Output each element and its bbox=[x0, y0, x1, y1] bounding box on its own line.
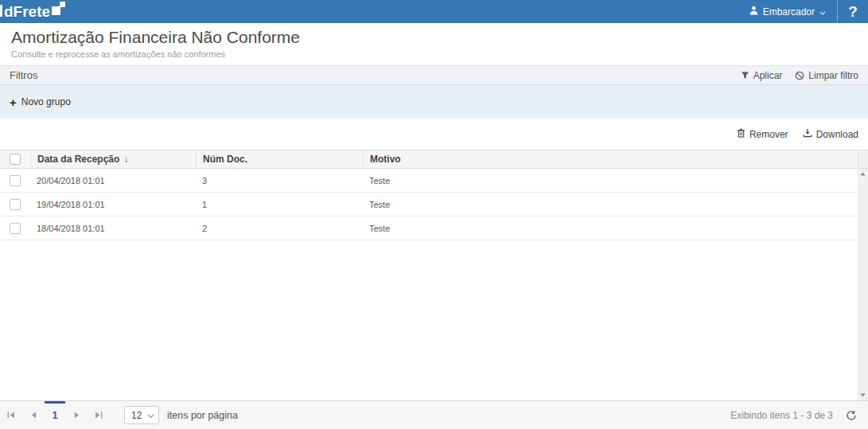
pager-status: Exibindo itens 1 - 3 de 3 bbox=[730, 410, 833, 421]
column-header-data-recepcao[interactable]: Data da Recepção ↓ bbox=[30, 150, 196, 168]
cell-data-recepcao: 19/04/2018 01:01 bbox=[30, 193, 196, 216]
last-page-button[interactable] bbox=[88, 401, 110, 429]
person-icon bbox=[749, 6, 758, 18]
data-grid: Data da Recepção ↓ Núm Doc. Motivo 20/04… bbox=[0, 150, 868, 400]
page-heading-section: Amortização Financeira Não Conforme Cons… bbox=[0, 23, 868, 66]
scroll-down-icon bbox=[860, 393, 866, 397]
select-all-cell bbox=[0, 150, 30, 168]
row-checkbox[interactable] bbox=[10, 223, 21, 234]
apply-filter-label: Aplicar bbox=[753, 70, 783, 81]
chevron-down-icon bbox=[147, 410, 154, 421]
page-size-label: itens por página bbox=[167, 410, 238, 421]
cell-motivo: Teste bbox=[363, 193, 858, 216]
help-button[interactable]: ? bbox=[838, 0, 868, 23]
scroll-up-icon bbox=[860, 172, 866, 176]
user-menu-dropdown[interactable]: Embarcador bbox=[738, 0, 837, 23]
pager-bar: 1 12 itens por página Exibindo itens 1 -… bbox=[0, 400, 868, 429]
filter-builder-band: + Novo grupo bbox=[0, 85, 868, 119]
filters-title: Filtros bbox=[10, 69, 37, 81]
filters-bar: Filtros Aplicar Limpar filtro bbox=[0, 66, 868, 85]
logo-cut-letter bbox=[0, 5, 2, 17]
cell-motivo: Teste bbox=[363, 216, 858, 240]
select-all-checkbox[interactable] bbox=[10, 154, 21, 165]
refresh-button[interactable] bbox=[846, 410, 857, 421]
cell-num-doc: 3 bbox=[196, 169, 363, 192]
download-button[interactable]: Download bbox=[803, 128, 858, 140]
page-title: Amortização Financeira Não Conforme bbox=[11, 28, 857, 47]
cell-data-recepcao: 18/04/2018 01:01 bbox=[30, 216, 196, 240]
apply-filter-button[interactable]: Aplicar bbox=[741, 70, 783, 81]
logo-squares-icon bbox=[52, 1, 65, 17]
grid-body: 20/04/2018 01:01 3 Teste 19/04/2018 01:0… bbox=[0, 169, 868, 400]
circle-slash-icon bbox=[795, 71, 804, 80]
page-number-current[interactable]: 1 bbox=[45, 401, 65, 429]
row-checkbox[interactable] bbox=[10, 199, 21, 210]
new-group-button[interactable]: + Novo grupo bbox=[10, 96, 71, 108]
grid-header-row: Data da Recepção ↓ Núm Doc. Motivo bbox=[0, 150, 868, 169]
new-group-label: Novo grupo bbox=[21, 96, 71, 107]
logo-text: dFrete bbox=[4, 3, 50, 21]
page-size-select[interactable]: 12 bbox=[124, 406, 159, 424]
plus-icon: + bbox=[10, 96, 17, 108]
clear-filter-button[interactable]: Limpar filtro bbox=[795, 70, 858, 81]
chevron-down-icon bbox=[819, 6, 826, 18]
table-row[interactable]: 20/04/2018 01:01 3 Teste bbox=[0, 169, 858, 193]
download-label: Download bbox=[816, 129, 858, 140]
cell-num-doc: 1 bbox=[196, 193, 363, 216]
previous-page-button[interactable] bbox=[22, 401, 45, 429]
page-subtitle: Consulte e reprocesse as amortizações nã… bbox=[11, 49, 857, 59]
column-label: Data da Recepção bbox=[37, 154, 119, 165]
remove-button[interactable]: Remover bbox=[737, 128, 788, 140]
column-header-motivo[interactable]: Motivo bbox=[363, 150, 858, 168]
app-header: dFrete Embarcador ? bbox=[0, 0, 868, 23]
funnel-icon bbox=[741, 71, 749, 80]
cell-motivo: Teste bbox=[363, 169, 858, 192]
table-row[interactable]: 18/04/2018 01:01 2 Teste bbox=[0, 216, 858, 240]
grid-toolbar: Remover Download bbox=[0, 119, 868, 150]
app-logo[interactable]: dFrete bbox=[0, 0, 65, 23]
download-icon bbox=[803, 128, 812, 140]
next-page-button[interactable] bbox=[65, 401, 88, 429]
page-size-value: 12 bbox=[131, 410, 142, 421]
vertical-scrollbar[interactable] bbox=[858, 169, 868, 400]
column-header-num-doc[interactable]: Núm Doc. bbox=[196, 150, 363, 168]
trash-icon bbox=[737, 128, 745, 140]
row-checkbox[interactable] bbox=[10, 175, 21, 186]
sort-desc-icon: ↓ bbox=[123, 154, 128, 165]
cell-data-recepcao: 20/04/2018 01:01 bbox=[30, 169, 196, 192]
cell-num-doc: 2 bbox=[196, 216, 363, 240]
first-page-button[interactable] bbox=[0, 401, 22, 429]
header-scrollbar-spacer bbox=[858, 150, 868, 168]
table-row[interactable]: 19/04/2018 01:01 1 Teste bbox=[0, 193, 858, 216]
clear-filter-label: Limpar filtro bbox=[808, 70, 858, 81]
remove-label: Remover bbox=[749, 129, 788, 140]
user-menu-label: Embarcador bbox=[763, 6, 815, 18]
